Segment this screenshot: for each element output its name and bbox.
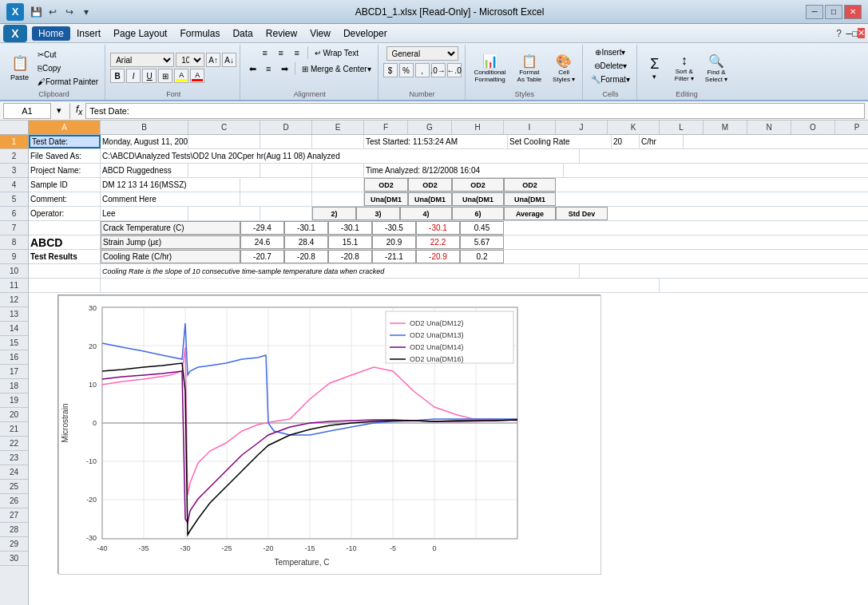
currency-btn[interactable]: $	[383, 63, 398, 77]
align-left-btn[interactable]: ⬅	[245, 62, 260, 75]
redo-btn[interactable]: ↪	[62, 5, 77, 19]
cell-C3[interactable]	[188, 164, 260, 177]
app-restore-btn[interactable]: □	[852, 29, 858, 38]
decrease-decimal-btn[interactable]: ←.0	[447, 63, 462, 77]
cell-J1[interactable]: Set Cooling Rate	[508, 135, 612, 148]
menu-formulas[interactable]: Formulas	[173, 26, 226, 41]
cell-A1[interactable]: Test Date:	[29, 135, 101, 148]
row-num-20[interactable]: 20	[0, 408, 28, 422]
row-num-21[interactable]: 21	[0, 422, 28, 437]
row-num-5[interactable]: 5	[0, 192, 28, 207]
cell-A3[interactable]: Project Name:	[29, 164, 101, 177]
font-family-select[interactable]: Arial	[110, 53, 174, 67]
cell-D5[interactable]	[312, 192, 364, 206]
col-header-K[interactable]: K	[608, 121, 660, 134]
cell-F3[interactable]: Time Analyzed: 8/12/2008 16:04	[364, 164, 564, 177]
restore-button[interactable]: □	[825, 5, 842, 19]
cell-B1[interactable]: Monday, August 11, 2008	[101, 135, 188, 148]
cell-H7[interactable]: -30.1	[328, 221, 372, 235]
cell-I4[interactable]: OD2	[504, 178, 556, 192]
formula-input[interactable]	[85, 103, 865, 119]
align-top-right-btn[interactable]: ≡	[290, 46, 304, 59]
sort-filter-button[interactable]: ↕ Sort &Filter ▾	[671, 46, 698, 89]
undo-btn[interactable]: ↩	[46, 5, 60, 19]
col-header-J[interactable]: J	[556, 121, 608, 134]
col-header-A[interactable]: A	[29, 121, 101, 134]
cell-G6[interactable]: 3)	[356, 207, 400, 220]
row-num-1[interactable]: 1	[0, 135, 28, 149]
cell-A11[interactable]	[29, 279, 101, 292]
cell-I6[interactable]: 6)	[452, 207, 504, 220]
col-header-N[interactable]: N	[747, 121, 791, 134]
menu-home[interactable]: Home	[32, 26, 70, 41]
cell-B8[interactable]: Strain Jump (με)	[101, 235, 240, 249]
cell-A8[interactable]: ABCD	[29, 235, 101, 249]
row-num-28[interactable]: 28	[0, 523, 28, 537]
cell-A4[interactable]: Sample ID	[29, 178, 101, 192]
cell-A6[interactable]: Operator:	[29, 207, 101, 220]
row-num-26[interactable]: 26	[0, 494, 28, 508]
col-header-C[interactable]: C	[188, 121, 260, 134]
cell-I7[interactable]: -30.5	[372, 221, 416, 235]
cell-I8[interactable]: 20.9	[372, 235, 416, 249]
row-num-13[interactable]: 13	[0, 307, 28, 322]
chart-area[interactable]: 30 20 10 0 -10 -20 -30 -40 -35 -30 -25 -…	[57, 295, 600, 574]
cell-H8[interactable]: 15.1	[328, 235, 372, 249]
col-header-D[interactable]: D	[260, 121, 312, 134]
cell-H4[interactable]: OD2	[452, 178, 504, 192]
cell-F9[interactable]: -20.7	[240, 250, 284, 263]
row-num-30[interactable]: 30	[0, 552, 28, 566]
number-format-select[interactable]: General	[386, 46, 458, 61]
menu-view[interactable]: View	[303, 26, 337, 41]
cell-C6[interactable]	[188, 207, 260, 220]
cell-J9[interactable]: -20.9	[416, 250, 460, 263]
underline-button[interactable]: U	[142, 69, 157, 83]
wrap-text-button[interactable]: ↵ Wrap Text	[311, 46, 362, 59]
cell-F5[interactable]: Una(DM1	[364, 192, 408, 206]
cell-H9[interactable]: -20.8	[328, 250, 372, 263]
align-right-btn[interactable]: ➡	[277, 62, 291, 75]
sum-button[interactable]: Σ ▾	[642, 46, 668, 89]
app-close-btn[interactable]: ✕	[858, 28, 865, 38]
cell-G9[interactable]: -20.8	[284, 250, 328, 263]
cell-I5[interactable]: Una(DM1	[504, 192, 556, 206]
cell-B10[interactable]: Cooling Rate is the slope of 10 consecut…	[101, 264, 580, 278]
col-header-G[interactable]: G	[408, 121, 452, 134]
row-num-17[interactable]: 17	[0, 365, 28, 379]
cell-B5[interactable]: Comment Here	[101, 192, 240, 206]
copy-button[interactable]: ⎘ Copy	[34, 62, 101, 74]
cell-A9[interactable]: Test Results	[29, 250, 101, 263]
row-num-8[interactable]: 8	[0, 235, 28, 250]
menu-page-layout[interactable]: Page Layout	[107, 26, 173, 41]
border-button[interactable]: ⊞	[158, 69, 172, 83]
col-header-F[interactable]: F	[364, 121, 408, 134]
percent-btn[interactable]: %	[399, 63, 414, 77]
row-num-11[interactable]: 11	[0, 279, 28, 293]
insert-cells-button[interactable]: ⊕ Insert ▾	[592, 46, 628, 58]
cell-D3[interactable]	[260, 164, 312, 177]
col-header-O[interactable]: O	[791, 121, 835, 134]
row-num-4[interactable]: 4	[0, 178, 28, 192]
row-num-6[interactable]: 6	[0, 207, 28, 221]
font-size-select[interactable]: 10	[176, 53, 204, 67]
close-button[interactable]: ✕	[844, 5, 862, 19]
paste-button[interactable]: 📋 Paste	[6, 46, 33, 89]
col-header-H[interactable]: H	[452, 121, 504, 134]
cell-B7[interactable]: Crack Temperature (C)	[101, 221, 240, 235]
cell-L1[interactable]: C/hr	[640, 135, 684, 148]
cell-B3[interactable]: ABCD Ruggedness	[101, 164, 188, 177]
cell-J6[interactable]: Average	[504, 207, 556, 220]
col-header-L[interactable]: L	[660, 121, 704, 134]
cell-E3[interactable]	[312, 164, 364, 177]
cell-I9[interactable]: -21.1	[372, 250, 416, 263]
cell-A7[interactable]	[29, 221, 101, 235]
row-num-9[interactable]: 9	[0, 250, 28, 264]
col-header-M[interactable]: M	[704, 121, 747, 134]
cell-K6[interactable]: Std Dev	[556, 207, 608, 220]
col-header-I[interactable]: I	[504, 121, 556, 134]
row-num-15[interactable]: 15	[0, 336, 28, 350]
cell-F8[interactable]: 24.6	[240, 235, 284, 249]
find-select-button[interactable]: 🔍 Find &Select ▾	[701, 46, 731, 89]
row-num-7[interactable]: 7	[0, 221, 28, 235]
row-num-18[interactable]: 18	[0, 379, 28, 393]
